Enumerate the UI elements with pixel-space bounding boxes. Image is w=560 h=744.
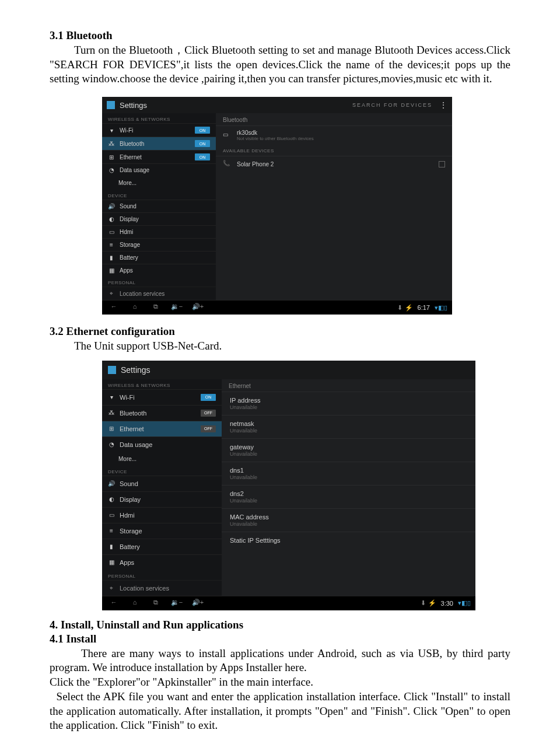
- volup-icon[interactable]: 🔊+: [191, 599, 205, 608]
- sidebar-wifi[interactable]: ▾ Wi-Fi ON: [102, 123, 216, 137]
- device-solarphone[interactable]: 📞 Solar Phone 2: [216, 156, 452, 172]
- device-rk30sdk[interactable]: ▭ rk30sdk Not visible to other Bluetooth…: [216, 125, 452, 145]
- sidebar-battery[interactable]: ▮ Battery: [102, 251, 216, 264]
- search-devices-label[interactable]: SEARCH FOR DEVICES: [352, 102, 432, 108]
- device-icon: ▭: [223, 131, 231, 139]
- sidebar-location[interactable]: ⌖ Location services: [102, 287, 216, 300]
- device-section: DEVICE: [102, 190, 216, 200]
- sidebar-more[interactable]: More...: [102, 452, 222, 466]
- location-icon: ⌖: [108, 585, 115, 592]
- bluetooth-toggle[interactable]: OFF: [201, 410, 216, 417]
- sidebar-ethernet[interactable]: ⊞ Ethernet ON: [102, 150, 216, 163]
- battery-icon: ▮: [108, 543, 115, 550]
- wifi-toggle[interactable]: ON: [195, 127, 210, 134]
- sidebar-battery[interactable]: ▮ Battery: [102, 539, 222, 554]
- bluetooth-toggle[interactable]: ON: [195, 140, 210, 147]
- dns2-row[interactable]: dns2 Unavailable: [222, 485, 475, 508]
- sidebar-datausage[interactable]: ◔ Data usage: [102, 436, 222, 452]
- section-4-1-p1: There are many ways to install applicati…: [50, 647, 510, 675]
- sidebar-more[interactable]: More...: [102, 176, 216, 190]
- wifi-icon: ▾: [108, 394, 115, 400]
- voldown-icon[interactable]: 🔉−: [170, 599, 184, 608]
- apps-icon: ▦: [108, 267, 115, 274]
- sidebar-wifi[interactable]: ▾ Wi-Fi ON: [102, 389, 222, 405]
- sidebar-datausage[interactable]: ◔ Data usage: [102, 163, 216, 176]
- gear-icon: [107, 101, 115, 109]
- ethernet-icon: ⊞: [108, 425, 115, 432]
- data-icon: ◔: [108, 167, 115, 173]
- sidebar-bluetooth[interactable]: ⁂ Bluetooth ON: [102, 137, 216, 150]
- back-icon[interactable]: ←: [107, 599, 121, 608]
- clock: 3:30: [441, 600, 453, 607]
- mac-row[interactable]: MAC address Unavailable: [222, 508, 475, 532]
- hdmi-icon: ▭: [108, 512, 115, 518]
- hdmi-icon: ▭: [108, 229, 115, 235]
- main-bluetooth-title: Bluetooth: [216, 113, 452, 125]
- recent-icon[interactable]: ⧉: [149, 599, 163, 608]
- home-icon[interactable]: ⌂: [128, 599, 142, 608]
- section-4-1-p2: Click the "Explorer"or "Apkinstaller" in…: [50, 675, 510, 690]
- sidebar-storage[interactable]: ≡ Storage: [102, 238, 216, 251]
- menu-icon[interactable]: ⋮: [439, 100, 447, 110]
- sidebar-sound[interactable]: 🔊 Sound: [102, 200, 216, 212]
- section-4-1-p3: Select the APK file you want and enter t…: [50, 690, 510, 733]
- data-icon: ◔: [108, 441, 115, 448]
- storage-icon: ≡: [108, 528, 115, 534]
- navbar: ← ⌂ ⧉ 🔉− 🔊+ ⬇ ⚡ 6:17 ▾◧▯: [102, 300, 452, 315]
- display-icon: ◐: [108, 216, 115, 222]
- apps-icon: ▦: [108, 559, 115, 565]
- sound-icon: 🔊: [108, 480, 115, 487]
- sidebar-bluetooth[interactable]: ⁂ Bluetooth OFF: [102, 405, 222, 421]
- gateway-row[interactable]: gateway Unavailable: [222, 438, 475, 462]
- ethernet-icon: ⊞: [108, 154, 115, 160]
- section-3-1-title: 3.1 Bluetooth: [50, 29, 510, 42]
- personal-section: PERSONAL: [102, 570, 222, 580]
- sidebar-storage[interactable]: ≡ Storage: [102, 523, 222, 539]
- sidebar-apps[interactable]: ▦ Apps: [102, 554, 222, 570]
- section-3-2-body: The Unit support USB-Net-Card.: [50, 339, 510, 354]
- volup-icon[interactable]: 🔊+: [191, 303, 205, 312]
- section-3-1-body: Turn on the Bluetooth，Click Bluetooth se…: [50, 43, 510, 86]
- ip-address-row[interactable]: IP address Unavailable: [222, 392, 475, 415]
- ethernet-toggle[interactable]: OFF: [201, 425, 216, 432]
- available-devices-label: AVAILABLE DEVICES: [216, 145, 452, 156]
- refresh-icon[interactable]: [439, 161, 445, 167]
- wireless-section: WIRELESS & NETWORKS: [102, 113, 216, 123]
- sound-icon: 🔊: [108, 203, 115, 209]
- netmask-row[interactable]: netmask Unavailable: [222, 415, 475, 438]
- sidebar-apps[interactable]: ▦ Apps: [102, 264, 216, 277]
- settings-title: Settings: [121, 365, 150, 375]
- section-4-1-title: 4.1 Install: [50, 633, 510, 645]
- voldown-icon[interactable]: 🔉−: [170, 303, 184, 312]
- location-icon: ⌖: [108, 290, 115, 297]
- sidebar-hdmi[interactable]: ▭ Hdmi: [102, 225, 216, 238]
- storage-icon: ≡: [108, 242, 115, 248]
- section-4-title: 4. Install, Uninstall and Run applicatio…: [50, 619, 510, 631]
- sidebar-hdmi[interactable]: ▭ Hdmi: [102, 507, 222, 523]
- home-icon[interactable]: ⌂: [128, 303, 142, 312]
- dns1-row[interactable]: dns1 Unavailable: [222, 462, 475, 485]
- wifi-icon: ▾: [108, 127, 115, 134]
- sidebar-display[interactable]: ◐ Display: [102, 491, 222, 507]
- main-ethernet-title: Ethernet: [222, 379, 475, 392]
- screenshot-bluetooth: Settings SEARCH FOR DEVICES ⋮ WIRELESS &…: [102, 97, 452, 315]
- gear-icon: [108, 366, 116, 374]
- sidebar-sound[interactable]: 🔊 Sound: [102, 476, 222, 491]
- wifi-toggle[interactable]: ON: [201, 394, 216, 401]
- screenshot-ethernet: Settings WIRELESS & NETWORKS ▾ Wi-Fi ON …: [102, 361, 475, 610]
- sidebar-ethernet[interactable]: ⊞ Ethernet OFF: [102, 421, 222, 436]
- navbar: ← ⌂ ⧉ 🔉− 🔊+ ⬇ ⚡ 3:30 ▾◧▯: [102, 596, 475, 610]
- section-3-2-title: 3.2 Ethernet configuration: [50, 325, 510, 338]
- back-icon[interactable]: ←: [107, 303, 121, 312]
- wireless-section: WIRELESS & NETWORKS: [102, 379, 222, 389]
- sidebar-location[interactable]: ⌖ Location services: [102, 580, 222, 596]
- sidebar-display[interactable]: ◐ Display: [102, 212, 216, 225]
- bluetooth-icon: ⁂: [108, 141, 115, 147]
- staticip-row[interactable]: Static IP Setttings: [222, 532, 475, 549]
- ethernet-toggle[interactable]: ON: [195, 153, 210, 160]
- bluetooth-icon: ⁂: [108, 410, 115, 416]
- settings-title: Settings: [120, 101, 147, 110]
- recent-icon[interactable]: ⧉: [149, 303, 163, 312]
- clock: 6:17: [418, 304, 430, 311]
- battery-icon: ▮: [108, 254, 115, 261]
